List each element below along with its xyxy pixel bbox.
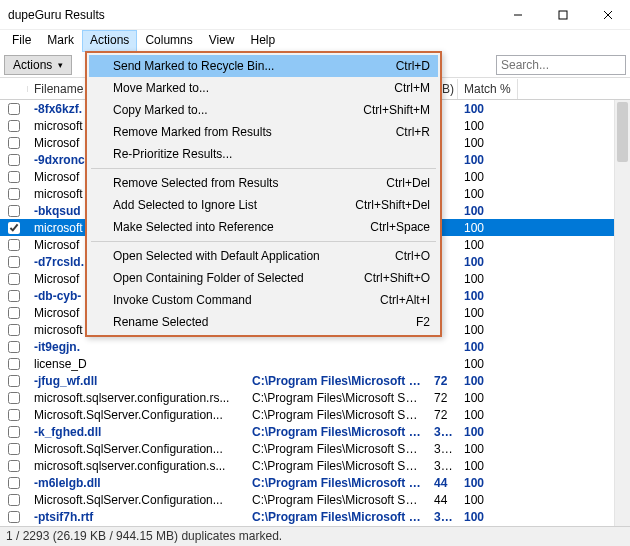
table-row[interactable]: -it9egjn.100 (0, 338, 630, 355)
row-checkbox[interactable] (8, 188, 20, 200)
table-row[interactable]: Microsoft.SqlServer.Configuration...C:\P… (0, 491, 630, 508)
menu-view[interactable]: View (201, 30, 243, 52)
window-title: dupeGuru Results (8, 8, 495, 22)
row-checkbox[interactable] (8, 222, 20, 234)
cell-match: 100 (458, 357, 518, 371)
cell-match: 100 (458, 204, 518, 218)
menu-help[interactable]: Help (243, 30, 284, 52)
table-row[interactable]: -ptsif7h.rtfC:\Program Files\Microsoft S… (0, 508, 630, 525)
row-checkbox[interactable] (8, 392, 20, 404)
menu-item-shortcut: Ctrl+M (394, 81, 430, 95)
cell-folder: C:\Program Files\Microsoft SQ... (246, 510, 428, 524)
cell-size: 72 (428, 408, 458, 422)
menu-item-shortcut: Ctrl+Shift+O (364, 271, 430, 285)
cell-match: 100 (458, 170, 518, 184)
menu-item[interactable]: Make Selected into ReferenceCtrl+Space (89, 216, 438, 238)
cell-file: Microsoft.SqlServer.Configuration... (28, 442, 246, 456)
cell-match: 100 (458, 153, 518, 167)
scroll-thumb[interactable] (617, 102, 628, 162)
menu-columns[interactable]: Columns (137, 30, 200, 52)
cell-match: 100 (458, 119, 518, 133)
row-checkbox[interactable] (8, 375, 20, 387)
menu-item[interactable]: Move Marked to...Ctrl+M (89, 77, 438, 99)
row-checkbox[interactable] (8, 494, 20, 506)
table-row[interactable]: -m6lelgb.dllC:\Program Files\Microsoft S… (0, 474, 630, 491)
row-checkbox[interactable] (8, 103, 20, 115)
header-match[interactable]: Match % (458, 79, 518, 99)
header-checkbox-col (0, 86, 28, 92)
cell-folder: C:\Program Files\Microsoft SQ... (246, 493, 428, 507)
menu-item-label: Invoke Custom Command (113, 293, 380, 307)
menu-item[interactable]: Add Selected to Ignore ListCtrl+Shift+De… (89, 194, 438, 216)
cell-folder: C:\Program Files\Microsoft SQ... (246, 391, 428, 405)
row-checkbox[interactable] (8, 290, 20, 302)
menu-item-shortcut: F2 (416, 315, 430, 329)
search-input[interactable] (496, 55, 626, 75)
cell-size: 322 (428, 510, 458, 524)
row-checkbox[interactable] (8, 324, 20, 336)
minimize-button[interactable] (495, 0, 540, 30)
row-checkbox[interactable] (8, 256, 20, 268)
table-row[interactable]: microsoft.sqlserver.configuration.rs...C… (0, 389, 630, 406)
cell-size: 44 (428, 476, 458, 490)
menu-item-label: Re-Prioritize Results... (113, 147, 430, 161)
row-checkbox[interactable] (8, 511, 20, 523)
table-row[interactable]: -jfug_wf.dllC:\Program Files\Microsoft S… (0, 372, 630, 389)
vertical-scrollbar[interactable] (614, 100, 630, 526)
close-button[interactable] (585, 0, 630, 30)
menu-item-label: Send Marked to Recycle Bin... (113, 59, 396, 73)
table-row[interactable]: license_D100 (0, 355, 630, 372)
row-checkbox[interactable] (8, 239, 20, 251)
cell-folder: C:\Program Files\Microsoft SQ... (246, 459, 428, 473)
menu-file[interactable]: File (4, 30, 39, 52)
row-checkbox[interactable] (8, 171, 20, 183)
table-row[interactable]: -k_fghed.dllC:\Program Files\Microsoft S… (0, 423, 630, 440)
cell-folder: C:\Program Files\Microsoft SQ... (246, 425, 428, 439)
row-checkbox[interactable] (8, 341, 20, 353)
maximize-button[interactable] (540, 0, 585, 30)
actions-menu: Send Marked to Recycle Bin...Ctrl+DMove … (85, 51, 442, 337)
menu-item[interactable]: Re-Prioritize Results... (89, 143, 438, 165)
menu-item[interactable]: Open Containing Folder of SelectedCtrl+S… (89, 267, 438, 289)
cell-folder: C:\Program Files\Microsoft SQ... (246, 374, 428, 388)
menu-item-label: Make Selected into Reference (113, 220, 370, 234)
svg-rect-1 (559, 11, 567, 19)
row-checkbox[interactable] (8, 358, 20, 370)
cell-file: Microsoft.SqlServer.Configuration... (28, 493, 246, 507)
cell-match: 100 (458, 493, 518, 507)
menu-item-shortcut: Ctrl+D (396, 59, 430, 73)
row-checkbox[interactable] (8, 273, 20, 285)
row-checkbox[interactable] (8, 154, 20, 166)
menu-item[interactable]: Copy Marked to...Ctrl+Shift+M (89, 99, 438, 121)
row-checkbox[interactable] (8, 477, 20, 489)
menu-item[interactable]: Open Selected with Default ApplicationCt… (89, 245, 438, 267)
menu-item[interactable]: Invoke Custom CommandCtrl+Alt+I (89, 289, 438, 311)
menu-item[interactable]: Rename SelectedF2 (89, 311, 438, 333)
menu-item-label: Remove Selected from Results (113, 176, 386, 190)
cell-size: 348 (428, 459, 458, 473)
row-checkbox[interactable] (8, 137, 20, 149)
row-checkbox[interactable] (8, 120, 20, 132)
table-row[interactable]: microsoft.sqlserver.configuration.s...C:… (0, 457, 630, 474)
actions-dropdown-button[interactable]: Actions (4, 55, 72, 75)
menu-mark[interactable]: Mark (39, 30, 82, 52)
menu-item[interactable]: Remove Selected from ResultsCtrl+Del (89, 172, 438, 194)
row-checkbox[interactable] (8, 205, 20, 217)
menu-item[interactable]: Send Marked to Recycle Bin...Ctrl+D (89, 55, 438, 77)
cell-match: 100 (458, 289, 518, 303)
cell-folder: C:\Program Files\Microsoft SQ... (246, 442, 428, 456)
row-checkbox[interactable] (8, 307, 20, 319)
row-checkbox[interactable] (8, 460, 20, 472)
menu-item-label: Move Marked to... (113, 81, 394, 95)
cell-match: 100 (458, 136, 518, 150)
table-row[interactable]: Microsoft.SqlServer.Configuration...C:\P… (0, 440, 630, 457)
menu-item[interactable]: Remove Marked from ResultsCtrl+R (89, 121, 438, 143)
menu-actions[interactable]: Actions (82, 30, 137, 52)
table-row[interactable]: Microsoft.SqlServer.Configuration...C:\P… (0, 406, 630, 423)
row-checkbox[interactable] (8, 443, 20, 455)
row-checkbox[interactable] (8, 426, 20, 438)
row-checkbox[interactable] (8, 409, 20, 421)
cell-size: 72 (428, 374, 458, 388)
titlebar: dupeGuru Results (0, 0, 630, 30)
cell-match: 100 (458, 323, 518, 337)
